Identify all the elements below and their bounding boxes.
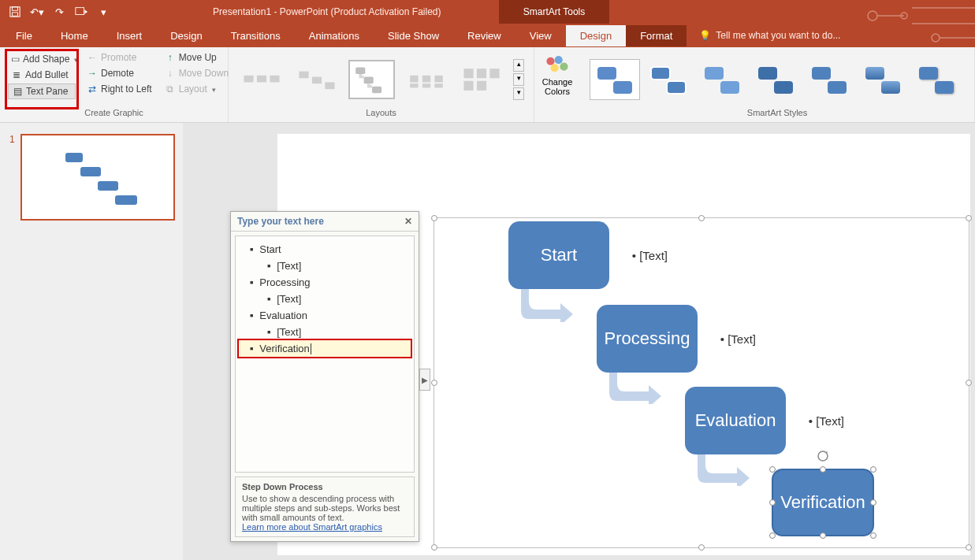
smartart-container[interactable]: Start • [Text] Processing • [Text] Evalu… [434, 217, 969, 548]
style-thumb-7[interactable] [911, 59, 962, 100]
add-bullet-button[interactable]: ≣Add Bullet [8, 68, 76, 82]
svg-point-27 [546, 57, 554, 65]
layouts-more[interactable]: ▴▾▾ [513, 59, 524, 100]
change-colors-button[interactable]: Change Colors [534, 47, 580, 122]
style-thumb-4[interactable] [750, 59, 801, 100]
tp-item-start[interactable]: Start [239, 241, 411, 258]
rtl-button[interactable]: ⇄Right to Left [84, 82, 155, 96]
step-evaluation-sub[interactable]: • [Text] [809, 414, 844, 428]
textpane-redbox: ▭Add Shape ≣Add Bullet ▤Text Pane [6, 50, 77, 108]
rotate-handle-icon[interactable] [817, 450, 829, 462]
step-processing-sub[interactable]: • [Text] [720, 332, 756, 346]
tab-animations[interactable]: Animations [295, 25, 374, 46]
group-label-create-graphic: Create Graphic [6, 108, 221, 119]
svg-rect-26 [477, 80, 486, 90]
add-bullet-icon: ≣ [11, 69, 22, 80]
step-start-sub[interactable]: • [Text] [632, 249, 668, 262]
layout-thumb-1[interactable] [238, 60, 285, 99]
tab-insert[interactable]: Insert [102, 25, 157, 46]
layout-thumb-3-selected[interactable] [348, 60, 396, 99]
svg-rect-17 [422, 75, 430, 82]
add-bullet-label: Add Bullet [25, 69, 69, 80]
svg-rect-39 [812, 67, 831, 80]
svg-rect-13 [355, 67, 365, 74]
svg-rect-3 [76, 8, 84, 15]
tab-home[interactable]: Home [47, 25, 102, 46]
redo-icon[interactable]: ↷ [50, 3, 68, 20]
text-pane-title: Type your text here [237, 216, 324, 227]
text-pane-footer: Step Down Process Use to show a descendi… [235, 477, 415, 537]
move-down-button[interactable]: ↓Move Down [162, 66, 232, 80]
text-pane[interactable]: Type your text here ✕ Start [Text] Proce… [230, 211, 419, 542]
step-processing-label: Processing [605, 328, 690, 349]
slide-number: 1 [9, 134, 15, 145]
add-shape-button[interactable]: ▭Add Shape [8, 52, 76, 66]
tab-smartart-design[interactable]: Design [566, 25, 626, 46]
text-pane-toggle[interactable]: ▶ [419, 369, 430, 391]
tab-design[interactable]: Design [156, 25, 216, 46]
layout-thumb-5[interactable] [458, 60, 505, 99]
text-pane-learn-more-link[interactable]: Learn more about SmartArt graphics [242, 522, 382, 532]
style-thumb-3[interactable] [697, 59, 747, 100]
promote-button[interactable]: ←Promote [84, 50, 155, 65]
tp-item-evaluation-sub[interactable]: [Text] [239, 324, 411, 340]
tp-item-evaluation[interactable]: Evaluation [239, 307, 411, 324]
start-from-beginning-icon[interactable] [73, 3, 90, 20]
lightbulb-icon: 💡 [699, 30, 711, 41]
tab-smartart-format[interactable]: Format [626, 25, 687, 46]
tab-review[interactable]: Review [453, 25, 515, 46]
svg-point-29 [560, 62, 568, 70]
style-thumb-1-selected[interactable] [590, 59, 640, 100]
svg-rect-44 [935, 81, 954, 94]
svg-rect-15 [372, 86, 381, 93]
layout-thumb-4[interactable] [403, 60, 450, 99]
style-thumb-5[interactable] [804, 59, 854, 100]
add-shape-label: Add Shape [23, 54, 69, 65]
layout-thumb-2[interactable] [293, 60, 341, 99]
step-processing[interactable]: Processing • [Text] [597, 305, 698, 373]
text-pane-foot-desc: Use to show a descending process with mu… [242, 494, 407, 522]
add-shape-icon: ▭ [11, 54, 20, 65]
tp-item-verification-active[interactable]: Verification [239, 340, 411, 357]
text-pane-button[interactable]: ▤Text Pane [8, 83, 76, 99]
svg-rect-2 [13, 13, 18, 16]
step-verification-selected[interactable]: Verification [772, 469, 874, 536]
demote-button[interactable]: →Demote [84, 66, 155, 80]
svg-rect-41 [865, 67, 884, 80]
close-icon[interactable]: ✕ [404, 216, 412, 227]
save-icon[interactable] [6, 3, 24, 20]
step-evaluation[interactable]: Evaluation • [Text] [685, 387, 786, 454]
step-start-label: Start [541, 245, 577, 265]
arrow-right-icon: → [87, 68, 98, 79]
group-label-styles: SmartArt Styles [586, 108, 968, 119]
slide-thumbnail-1[interactable] [20, 134, 175, 221]
tp-item-processing[interactable]: Processing [239, 274, 411, 291]
text-pane-body[interactable]: Start [Text] Processing [Text] Evaluatio… [235, 235, 415, 473]
tp-item-processing-sub[interactable]: [Text] [239, 291, 411, 307]
step-start[interactable]: Start • [Text] [508, 221, 609, 289]
qat-customize-icon[interactable]: ▾ [95, 3, 112, 20]
rtl-label: Right to Left [101, 83, 152, 95]
tp-item-start-sub[interactable]: [Text] [239, 258, 411, 274]
tab-slideshow[interactable]: Slide Show [374, 25, 453, 46]
slide-panel: 1 [0, 123, 183, 560]
svg-rect-19 [411, 83, 419, 87]
svg-rect-43 [919, 67, 938, 80]
group-label-layouts: Layouts [235, 108, 527, 119]
editor-canvas: Start • [Text] Processing • [Text] Evalu… [183, 123, 975, 560]
layout-button[interactable]: ⧉Layout [162, 82, 232, 96]
undo-icon[interactable]: ↶▾ [28, 3, 46, 20]
svg-rect-12 [325, 82, 334, 89]
title-bar: ↶▾ ↷ ▾ Presentation1 - PowerPoint (Produ… [0, 0, 975, 24]
layout-label: Layout [179, 83, 207, 95]
tab-view[interactable]: View [515, 25, 566, 46]
svg-rect-10 [299, 71, 308, 78]
tell-me-search[interactable]: 💡Tell me what you want to do... [687, 30, 840, 41]
change-colors-label: Change Colors [542, 77, 573, 96]
move-up-button[interactable]: ↑Move Up [162, 50, 232, 65]
svg-rect-42 [881, 81, 900, 94]
tab-transitions[interactable]: Transitions [217, 25, 295, 46]
tab-file[interactable]: File [0, 25, 47, 46]
style-thumb-2[interactable] [643, 59, 694, 100]
style-thumb-6[interactable] [858, 59, 908, 100]
